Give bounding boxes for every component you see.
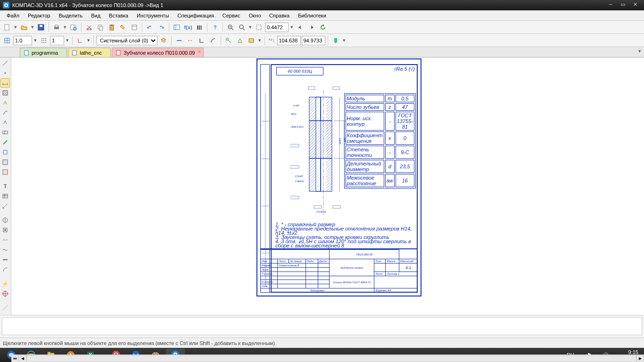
layer-select[interactable]: Системный слой (0) <box>96 36 157 45</box>
library-button[interactable] <box>194 22 205 33</box>
coord-y-input[interactable] <box>302 36 325 45</box>
zoom-dropdown[interactable]: ▾ <box>248 24 253 30</box>
maximize-button[interactable]: ▭ <box>617 1 629 9</box>
preview-button[interactable] <box>68 22 79 33</box>
scroll-first[interactable]: ⏮ <box>11 355 19 362</box>
coord-x-input[interactable] <box>277 36 301 45</box>
step-input[interactable] <box>13 36 32 45</box>
zoom-prev-button[interactable] <box>295 22 305 33</box>
scroll-left[interactable]: ◀ <box>19 355 26 362</box>
menu-window[interactable]: Окно <box>245 12 264 19</box>
tool-measure[interactable] <box>0 201 10 211</box>
grid-input[interactable] <box>50 36 64 45</box>
ortho-button[interactable] <box>197 35 207 46</box>
menu-insert[interactable]: Вставка <box>105 12 132 19</box>
tab-close-icon[interactable]: ✕ <box>198 49 201 54</box>
tool-table[interactable] <box>0 191 10 201</box>
undo-button[interactable] <box>145 22 155 33</box>
cut-button[interactable] <box>84 22 94 33</box>
minimize-button[interactable]: ─ <box>604 1 617 9</box>
tool-spec-1[interactable] <box>0 157 10 167</box>
drawing-canvas[interactable]: 60 000 010Ц √Ra 5 (√) <box>11 58 644 315</box>
tool-axis[interactable] <box>0 235 10 245</box>
tab-programma[interactable]: programma <box>20 48 67 57</box>
save-button[interactable] <box>36 22 46 33</box>
tool-dimensions[interactable] <box>0 78 10 88</box>
menu-select[interactable]: Выделить <box>55 12 86 19</box>
marker-dropdown[interactable]: ▾ <box>342 37 347 43</box>
print-button[interactable] <box>51 22 62 33</box>
menu-service[interactable]: Сервис <box>219 12 244 19</box>
menu-help[interactable]: Справка <box>265 12 293 19</box>
help-button[interactable]: ? <box>210 22 220 33</box>
linetype-2[interactable] <box>185 35 196 46</box>
menu-edit[interactable]: Редактор <box>24 12 54 19</box>
tool-param-2[interactable] <box>0 225 10 235</box>
tool-edit-1[interactable] <box>0 138 10 147</box>
ucs-dropdown[interactable]: ▾ <box>86 37 91 43</box>
grid-button[interactable] <box>39 35 49 46</box>
round-button[interactable] <box>208 35 218 46</box>
zoom-next-button[interactable] <box>306 22 317 33</box>
tool-text[interactable]: T <box>0 181 10 191</box>
layers-button[interactable] <box>158 35 169 46</box>
params-dropdown[interactable]: ▾ <box>257 37 262 43</box>
menu-tools[interactable]: Инструменты <box>133 12 173 19</box>
zoom-window-button[interactable] <box>254 22 264 33</box>
tool-tolerance[interactable] <box>0 128 10 137</box>
snap-end-button[interactable] <box>223 35 234 46</box>
tab-lathe[interactable]: lathe_cnc <box>68 48 111 57</box>
new-button[interactable] <box>2 22 12 33</box>
open-dropdown[interactable]: ▾ <box>30 24 35 30</box>
tab-gear[interactable]: Зубчатое колесо П010.000.09 ✕ <box>112 48 204 57</box>
tool-target[interactable] <box>0 289 10 298</box>
linetype-1[interactable] <box>174 35 184 46</box>
step-dropdown[interactable]: ▾ <box>33 37 38 43</box>
tool-geometry[interactable] <box>0 58 10 68</box>
properties-button[interactable] <box>129 22 140 33</box>
refresh-button[interactable] <box>318 22 328 33</box>
new-dropdown[interactable]: ▾ <box>13 24 18 30</box>
tool-auxline[interactable] <box>0 303 10 313</box>
print-dropdown[interactable]: ▾ <box>63 24 67 30</box>
menu-view[interactable]: Вид <box>87 12 104 19</box>
redo-button[interactable] <box>156 22 166 33</box>
tool-line[interactable] <box>0 255 10 264</box>
scroll-right[interactable]: ▶ <box>636 355 644 362</box>
scroll-track[interactable] <box>26 355 636 362</box>
grid-dropdown[interactable]: ▾ <box>65 37 70 43</box>
tool-arc[interactable] <box>0 265 10 274</box>
variables-button[interactable]: f(x) <box>183 22 193 33</box>
tool-break[interactable] <box>0 245 10 255</box>
copy-button[interactable] <box>95 22 106 33</box>
tool-point[interactable] <box>0 68 10 78</box>
zoom-value-dropdown[interactable]: ▾ <box>289 24 294 30</box>
zoom-in-button[interactable] <box>225 22 236 33</box>
snap-grid-button[interactable] <box>2 35 12 46</box>
marker-button[interactable] <box>330 35 341 46</box>
tabs-overflow[interactable]: ▾ <box>638 48 641 54</box>
tool-bolt[interactable]: ⚡ <box>0 279 10 288</box>
open-button[interactable] <box>19 22 29 33</box>
menu-file[interactable]: Файл <box>3 12 23 19</box>
menu-libs[interactable]: Библиотеки <box>294 12 330 19</box>
tool-roughness[interactable] <box>0 118 10 127</box>
tool-spec-2[interactable] <box>0 167 10 177</box>
params-button[interactable] <box>246 35 256 46</box>
close-button[interactable]: ✕ <box>629 1 641 9</box>
ucs-button[interactable] <box>75 35 85 46</box>
format-painter-button[interactable] <box>118 22 128 33</box>
tool-param-1[interactable] <box>0 215 10 225</box>
command-input-area[interactable] <box>2 317 642 335</box>
snap-mid-button[interactable] <box>235 35 245 46</box>
paste-button[interactable] <box>107 22 117 33</box>
tool-leader[interactable] <box>0 108 10 117</box>
manager-button[interactable] <box>172 22 182 33</box>
zoom-fit-button[interactable] <box>237 22 247 33</box>
menu-spec[interactable]: Спецификация <box>174 12 218 19</box>
tool-designation[interactable] <box>0 98 10 107</box>
svg-text:⌀23,5: ⌀23,5 <box>339 138 341 144</box>
tool-hatch[interactable] <box>0 88 10 98</box>
zoom-input[interactable] <box>265 23 289 32</box>
tool-edit-2[interactable] <box>0 148 10 157</box>
